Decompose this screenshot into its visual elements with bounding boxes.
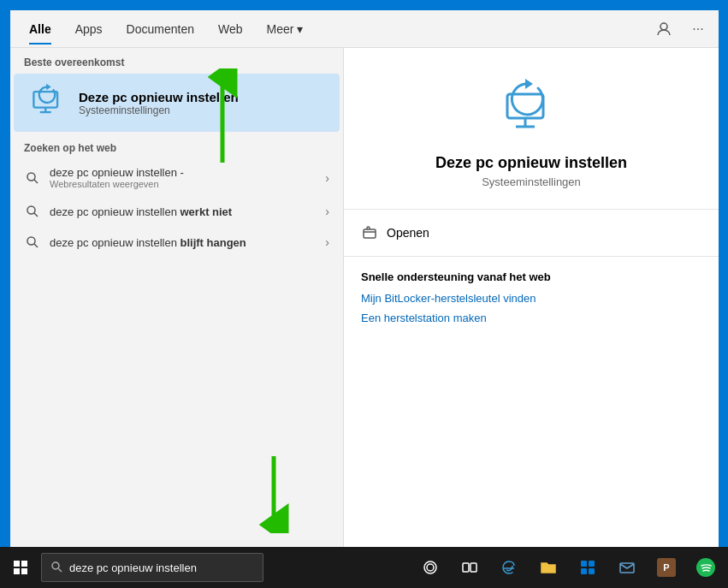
svg-point-25 bbox=[427, 564, 434, 571]
tab-documenten[interactable]: Documenten bbox=[115, 14, 206, 45]
ellipsis-icon: ··· bbox=[692, 21, 703, 37]
user-icon-button[interactable] bbox=[650, 15, 678, 43]
left-panel: Beste overeenkomst Deze pc opnieuw bbox=[10, 48, 344, 549]
svg-rect-31 bbox=[589, 568, 595, 574]
svg-rect-26 bbox=[463, 563, 469, 572]
arrow-icon-2: › bbox=[325, 205, 329, 218]
taskbar-search-text: deze pc opnieuw instellen bbox=[69, 561, 197, 574]
tabs-icons: ··· bbox=[650, 15, 712, 43]
edge-icon[interactable] bbox=[490, 547, 528, 588]
svg-point-0 bbox=[660, 23, 667, 30]
mail-icon[interactable] bbox=[608, 547, 646, 588]
svg-rect-15 bbox=[364, 229, 376, 238]
best-match-text: Deze pc opnieuw instellen Systeeminstell… bbox=[79, 90, 239, 116]
search-icon-3 bbox=[24, 234, 41, 251]
best-match-subtitle: Systeeminstellingen bbox=[79, 104, 239, 116]
svg-rect-27 bbox=[471, 563, 476, 572]
quick-support-item-1[interactable]: Mijn BitLocker-herstelsleutel vinden bbox=[361, 292, 701, 305]
web-item-sub-1: Webresultaten weergeven bbox=[50, 179, 325, 189]
svg-rect-21 bbox=[21, 568, 27, 574]
svg-line-6 bbox=[34, 180, 38, 183]
tab-apps[interactable]: Apps bbox=[63, 14, 115, 45]
arrow-icon-1: › bbox=[325, 171, 329, 185]
web-section-header: Zoeken op het web bbox=[10, 132, 343, 159]
right-actions: Openen bbox=[344, 210, 719, 257]
arrow-icon-3: › bbox=[325, 235, 329, 249]
search-icon-2 bbox=[24, 203, 41, 220]
task-view-icon[interactable] bbox=[451, 547, 488, 588]
tiles-icon[interactable] bbox=[569, 547, 607, 588]
cortana-icon[interactable] bbox=[411, 547, 449, 588]
taskbar-search-icon bbox=[50, 561, 62, 575]
best-match-title: Deze pc opnieuw instellen bbox=[79, 90, 239, 104]
web-item-1[interactable]: deze pc opnieuw instellen - Webresultate… bbox=[10, 159, 343, 196]
svg-line-23 bbox=[59, 568, 62, 572]
svg-line-8 bbox=[34, 213, 38, 217]
quick-support-section: Snelle ondersteuning vanaf het web Mijn … bbox=[344, 257, 719, 345]
web-item-text-1: deze pc opnieuw instellen - Webresultate… bbox=[50, 166, 325, 189]
svg-point-5 bbox=[27, 173, 35, 181]
best-match-item[interactable]: Deze pc opnieuw instellen Systeeminstell… bbox=[14, 74, 340, 132]
chevron-down-icon: ▾ bbox=[297, 22, 303, 36]
svg-point-7 bbox=[27, 206, 35, 214]
open-icon bbox=[361, 225, 378, 241]
more-options-button[interactable]: ··· bbox=[684, 15, 712, 43]
svg-point-9 bbox=[27, 237, 35, 245]
open-action[interactable]: Openen bbox=[344, 217, 719, 249]
taskbar-search-box[interactable]: deze pc opnieuw instellen bbox=[41, 553, 263, 582]
svg-rect-30 bbox=[581, 568, 587, 574]
search-window: Alle Apps Documenten Web Meer ▾ ··· Best… bbox=[10, 10, 719, 549]
spotify-icon[interactable] bbox=[687, 547, 725, 588]
svg-rect-19 bbox=[21, 561, 27, 567]
tab-web[interactable]: Web bbox=[206, 14, 255, 45]
svg-rect-18 bbox=[14, 561, 20, 567]
right-title: Deze pc opnieuw instellen bbox=[435, 154, 627, 172]
web-item-2[interactable]: deze pc opnieuw instellen werkt niet › bbox=[10, 196, 343, 227]
open-label: Openen bbox=[387, 226, 429, 240]
right-top: Deze pc opnieuw instellen Systeeminstell… bbox=[344, 48, 719, 210]
start-button[interactable] bbox=[0, 547, 41, 588]
best-match-header: Beste overeenkomst bbox=[10, 48, 343, 74]
reset-pc-icon bbox=[27, 82, 68, 123]
svg-rect-20 bbox=[14, 568, 20, 574]
right-subtitle: Systeeminstellingen bbox=[482, 175, 581, 188]
tabs-bar: Alle Apps Documenten Web Meer ▾ ··· bbox=[10, 10, 719, 48]
svg-marker-14 bbox=[525, 79, 533, 89]
svg-rect-29 bbox=[589, 561, 595, 567]
svg-point-24 bbox=[424, 561, 436, 573]
web-item-text-2: deze pc opnieuw instellen werkt niet bbox=[50, 205, 325, 218]
svg-rect-28 bbox=[581, 561, 587, 567]
file-explorer-icon[interactable] bbox=[530, 547, 567, 588]
tab-alle[interactable]: Alle bbox=[17, 14, 63, 45]
web-item-3[interactable]: deze pc opnieuw instellen blijft hangen … bbox=[10, 227, 343, 258]
taskbar: deze pc opnieuw instellen bbox=[0, 547, 728, 588]
quick-support-item-2[interactable]: Een herstelstation maken bbox=[361, 312, 701, 324]
search-icon-1 bbox=[24, 169, 41, 187]
svg-line-10 bbox=[34, 244, 38, 247]
right-panel: Deze pc opnieuw instellen Systeeminstell… bbox=[344, 48, 719, 549]
app1-icon[interactable]: P bbox=[648, 547, 685, 588]
quick-support-title: Snelle ondersteuning vanaf het web bbox=[361, 270, 701, 283]
content-area: Beste overeenkomst Deze pc opnieuw bbox=[10, 48, 719, 549]
svg-marker-4 bbox=[46, 84, 51, 90]
web-item-text-3: deze pc opnieuw instellen blijft hangen bbox=[50, 236, 325, 249]
right-reset-icon bbox=[497, 75, 565, 144]
tab-meer[interactable]: Meer ▾ bbox=[255, 14, 316, 45]
svg-point-22 bbox=[52, 562, 59, 569]
taskbar-icons: P bbox=[411, 547, 725, 588]
